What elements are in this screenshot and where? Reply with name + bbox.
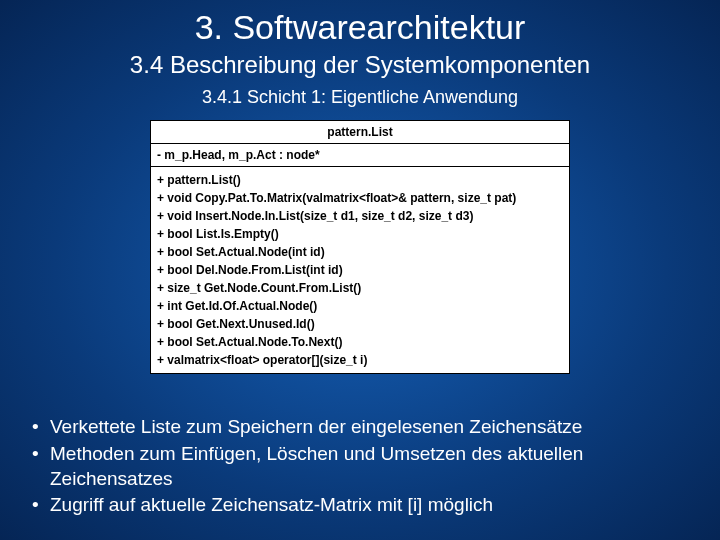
uml-method: + bool Get.Next.Unused.Id() [157, 315, 563, 333]
slide-title: 3. Softwarearchitektur [0, 0, 720, 47]
bullet-item: Methoden zum Einfügen, Löschen und Umset… [28, 442, 692, 491]
bullet-item: Verkettete Liste zum Speichern der einge… [28, 415, 692, 440]
bullet-item: Zugriff auf aktuelle Zeichensatz-Matrix … [28, 493, 692, 518]
uml-method: + int Get.Id.Of.Actual.Node() [157, 297, 563, 315]
slide-subsubtitle: 3.4.1 Schicht 1: Eigentliche Anwendung [0, 87, 720, 108]
uml-class-diagram: pattern.List - m_p.Head, m_p.Act : node*… [150, 120, 570, 374]
uml-method: + void Copy.Pat.To.Matrix(valmatrix<floa… [157, 189, 563, 207]
slide-subtitle: 3.4 Beschreibung der Systemkomponenten [0, 51, 720, 79]
uml-method: + pattern.List() [157, 171, 563, 189]
uml-method: + size_t Get.Node.Count.From.List() [157, 279, 563, 297]
bullet-list: Verkettete Liste zum Speichern der einge… [28, 415, 692, 520]
uml-method: + bool List.Is.Empty() [157, 225, 563, 243]
uml-method: + bool Del.Node.From.List(int id) [157, 261, 563, 279]
uml-attributes: - m_p.Head, m_p.Act : node* [151, 144, 569, 167]
uml-method: + bool Set.Actual.Node.To.Next() [157, 333, 563, 351]
uml-methods: + pattern.List() + void Copy.Pat.To.Matr… [151, 167, 569, 373]
uml-method: + valmatrix<float> operator[](size_t i) [157, 351, 563, 369]
uml-method: + bool Set.Actual.Node(int id) [157, 243, 563, 261]
uml-method: + void Insert.Node.In.List(size_t d1, si… [157, 207, 563, 225]
uml-class-name: pattern.List [151, 121, 569, 144]
